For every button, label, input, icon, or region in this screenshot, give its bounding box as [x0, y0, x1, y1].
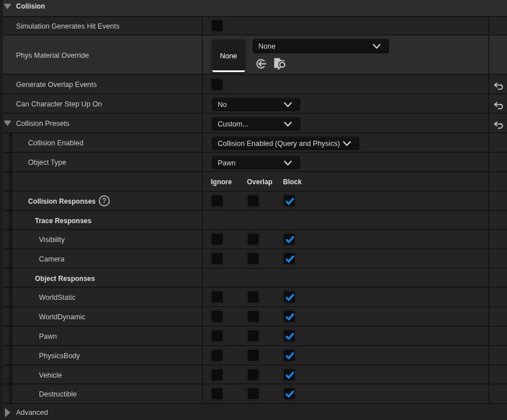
svg-text:?: ? [102, 197, 106, 205]
